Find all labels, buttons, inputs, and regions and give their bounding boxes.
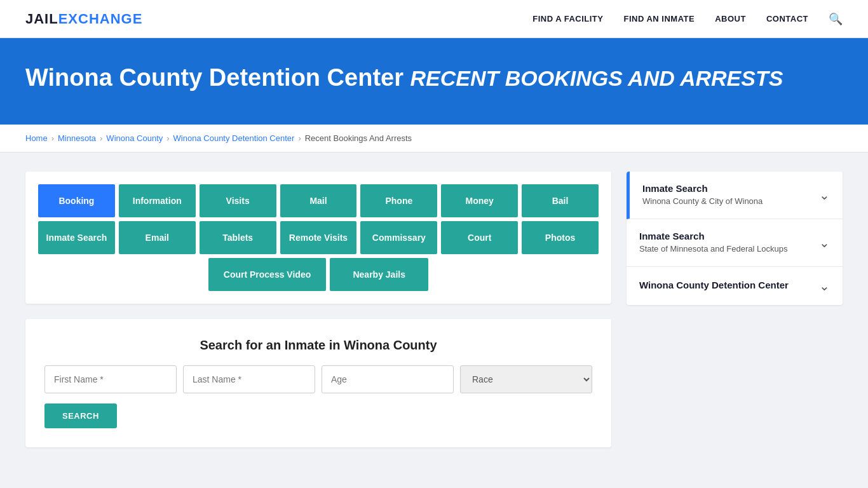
tab-information[interactable]: Information: [119, 184, 196, 217]
tab-tablets[interactable]: Tablets: [200, 221, 276, 254]
breadcrumb-home[interactable]: Home: [25, 133, 48, 143]
chevron-down-icon-3: ⌄: [819, 278, 830, 294]
search-button[interactable]: SEARCH: [44, 403, 117, 428]
right-sidebar: Inmate Search Winona County & City of Wi…: [627, 172, 843, 305]
sidebar-item-title-2: Inmate Search: [639, 231, 819, 241]
sidebar-item-title-1: Inmate Search: [642, 183, 819, 194]
logo[interactable]: JAILEXCHANGE: [25, 11, 142, 27]
tab-email[interactable]: Email: [119, 221, 196, 254]
breadcrumb-sep-2: ›: [100, 133, 102, 143]
logo-exchange: EXCHANGE: [58, 11, 143, 27]
search-fields: Race: [44, 365, 592, 393]
breadcrumb-detention-center[interactable]: Winona County Detention Center: [173, 133, 295, 143]
last-name-input[interactable]: [183, 365, 315, 393]
sidebar-item-subtitle-2: State of Minnesota and Federal Lockups: [639, 243, 819, 255]
tab-phone[interactable]: Phone: [360, 184, 437, 217]
left-column: Booking Information Visits Mail Phone Mo…: [25, 172, 611, 447]
page-title: Winona County Detention Center RECENT BO…: [25, 64, 843, 93]
sidebar-item-left-3: Winona County Detention Center: [639, 280, 819, 292]
breadcrumb-sep-1: ›: [51, 133, 54, 143]
nav-about[interactable]: ABOUT: [715, 14, 746, 24]
race-select[interactable]: Race: [460, 365, 592, 393]
tab-inmate-search[interactable]: Inmate Search: [38, 221, 115, 254]
nav-contact[interactable]: CONTACT: [766, 14, 808, 24]
tab-court[interactable]: Court: [441, 221, 518, 254]
tab-commissary[interactable]: Commissary: [360, 221, 437, 254]
breadcrumb: Home › Minnesota › Winona County › Winon…: [0, 125, 868, 152]
tab-remote-visits[interactable]: Remote Visits: [280, 221, 357, 254]
breadcrumb-sep-3: ›: [166, 133, 169, 143]
breadcrumb-current: Recent Bookings And Arrests: [305, 133, 412, 143]
chevron-down-icon-2: ⌄: [819, 235, 830, 250]
tab-court-process-video[interactable]: Court Process Video: [208, 258, 326, 291]
breadcrumb-minnesota[interactable]: Minnesota: [58, 133, 96, 143]
main-content: Booking Information Visits Mail Phone Mo…: [0, 152, 868, 466]
hero-section: Winona County Detention Center RECENT BO…: [0, 38, 868, 125]
tab-bail[interactable]: Bail: [522, 184, 599, 217]
sidebar-item-inmate-search-winona[interactable]: Inmate Search Winona County & City of Wi…: [627, 172, 843, 219]
search-icon[interactable]: 🔍: [829, 12, 843, 26]
tab-buttons-section: Booking Information Visits Mail Phone Mo…: [25, 172, 611, 304]
sidebar-item-left-2: Inmate Search State of Minnesota and Fed…: [639, 231, 819, 255]
breadcrumb-winona-county[interactable]: Winona County: [106, 133, 163, 143]
age-input[interactable]: [322, 365, 454, 393]
chevron-down-icon-1: ⌄: [819, 187, 830, 203]
tab-nearby-jails[interactable]: Nearby Jails: [330, 258, 428, 291]
nav-links: FIND A FACILITY FIND AN INMATE ABOUT CON…: [532, 12, 843, 26]
tab-row-1: Booking Information Visits Mail Phone Mo…: [38, 184, 599, 217]
search-title: Search for an Inmate in Winona County: [44, 338, 592, 353]
tab-mail[interactable]: Mail: [280, 184, 357, 217]
sidebar-item-detention-center[interactable]: Winona County Detention Center ⌄: [627, 267, 843, 305]
nav-find-facility[interactable]: FIND A FACILITY: [532, 14, 603, 24]
sidebar-item-left-1: Inmate Search Winona County & City of Wi…: [642, 183, 819, 207]
tab-row-2: Inmate Search Email Tablets Remote Visit…: [38, 221, 599, 254]
sidebar-card: Inmate Search Winona County & City of Wi…: [627, 172, 843, 305]
first-name-input[interactable]: [44, 365, 177, 393]
navbar: JAILEXCHANGE FIND A FACILITY FIND AN INM…: [0, 0, 868, 38]
sidebar-item-inmate-search-state[interactable]: Inmate Search State of Minnesota and Fed…: [627, 219, 843, 267]
sidebar-item-subtitle-1: Winona County & City of Winona: [642, 196, 819, 207]
tab-money[interactable]: Money: [441, 184, 518, 217]
tab-row-3: Court Process Video Nearby Jails: [38, 258, 599, 291]
tab-visits[interactable]: Visits: [200, 184, 276, 217]
nav-find-inmate[interactable]: FIND AN INMATE: [623, 14, 695, 24]
sidebar-item-title-3: Winona County Detention Center: [639, 280, 819, 290]
search-section: Search for an Inmate in Winona County Ra…: [25, 319, 611, 447]
breadcrumb-sep-4: ›: [298, 133, 301, 143]
tab-booking[interactable]: Booking: [38, 184, 115, 217]
logo-jail: JAIL: [25, 11, 58, 27]
tab-photos[interactable]: Photos: [522, 221, 599, 254]
